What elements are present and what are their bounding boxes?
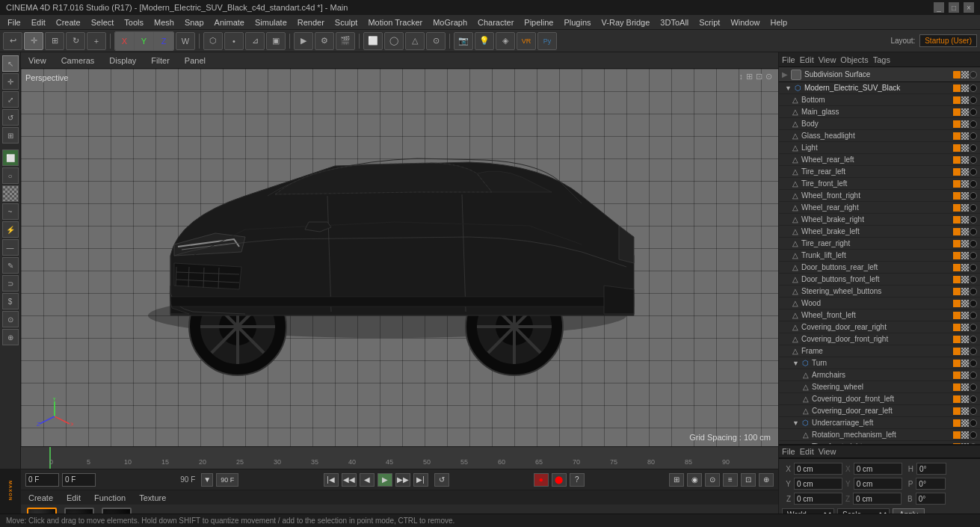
menubar-item-window[interactable]: Window (726, 16, 764, 28)
menubar-item-character[interactable]: Character (473, 16, 518, 28)
light-button[interactable]: 💡 (475, 32, 494, 50)
python-button[interactable]: Py (537, 32, 557, 50)
materials-function-menu[interactable]: Function (91, 492, 129, 504)
obj-glass-headlight[interactable]: △ Glass_headlight (779, 130, 980, 142)
material-button[interactable]: ◈ (496, 32, 515, 50)
fps-step-button[interactable]: ▼ (201, 473, 213, 487)
menubar-item-simulate[interactable]: Simulate (250, 16, 292, 28)
rotate-tool-left-button[interactable]: ↺ (2, 109, 19, 126)
display-menu[interactable]: Display (106, 55, 139, 67)
obj-trunk-lift-left[interactable]: △ Trunk_lift_left (779, 250, 980, 262)
select-tool-button[interactable]: ↖ (2, 55, 19, 72)
edge-mode-button[interactable]: ⊿ (245, 32, 265, 50)
z-axis-button[interactable]: Z (154, 32, 173, 50)
y-axis-button[interactable]: Y (135, 32, 154, 50)
cameras-menu[interactable]: Cameras (58, 55, 98, 67)
record-button[interactable]: ● (534, 473, 549, 487)
menubar-item-pipeline[interactable]: Pipeline (520, 16, 558, 28)
x-axis-button[interactable]: X (115, 32, 135, 50)
obj-door-buttons-front-left[interactable]: △ Door_buttons_front_left (779, 274, 980, 286)
obj-undercarriage-left[interactable]: ▼ ⬡ Undercarriage_left (779, 417, 980, 429)
viewport-fullscreen-icon[interactable]: ↕ (739, 72, 744, 81)
rotate-tool-button[interactable]: ↻ (66, 32, 85, 50)
obj-covering-door-rear-right[interactable]: △ Covering_door_rear_right (779, 321, 980, 333)
viewport-lock-icon[interactable]: ⊡ (756, 72, 762, 81)
subd-expand-icon[interactable]: ▶ (782, 70, 788, 78)
vray-button[interactable]: VR (517, 32, 536, 50)
sphere-button[interactable]: ◯ (384, 32, 404, 50)
key-button[interactable]: ? (570, 473, 585, 487)
timeline-ruler[interactable]: 0 5 10 15 20 25 30 35 40 45 50 55 60 65 … (21, 447, 778, 469)
viewport[interactable]: X Y Z Perspective Grid Spacing : 100 cm … (21, 69, 778, 446)
menubar-item-3dtoall[interactable]: 3DToAll (656, 16, 693, 28)
rp-file-menu[interactable]: File (782, 447, 795, 456)
go-start-button[interactable]: |◀ (324, 473, 339, 487)
next-button[interactable]: ▶▶ (395, 473, 410, 487)
powertracks-button[interactable]: ⊕ (759, 473, 774, 487)
minimize-button[interactable]: _ (934, 2, 944, 13)
loop-button[interactable]: ↺ (434, 473, 449, 487)
layout-selector[interactable]: Startup (User) (919, 34, 977, 47)
obj-tire-front-right[interactable]: △ Tire_front_right (779, 441, 980, 444)
auto-key-button[interactable]: ⬤ (552, 473, 567, 487)
timeline-button[interactable]: ≡ (723, 473, 738, 487)
menubar-item-tools[interactable]: Tools (120, 16, 148, 28)
play-button[interactable]: ▶ (377, 473, 392, 487)
go-end-button[interactable]: ▶| (413, 473, 428, 487)
prev-button[interactable]: ◀ (360, 473, 375, 487)
joint-tool-button[interactable]: ⊕ (2, 329, 19, 345)
menubar-item-mograph[interactable]: MoGraph (428, 16, 472, 28)
undo-button[interactable]: ↩ (3, 32, 22, 50)
materials-texture-menu[interactable]: Texture (136, 492, 169, 504)
obj-wheel-brake-left[interactable]: △ Wheel_brake_left (779, 226, 980, 238)
coord-x-field[interactable] (794, 463, 842, 475)
obj-wheel-front-right[interactable]: △ Wheel_front_right (779, 190, 980, 202)
menubar-item-v-ray-bridge[interactable]: V-Ray Bridge (597, 16, 655, 28)
obj-main-glass[interactable]: △ Main_glass (779, 106, 980, 118)
obj-steering-wheel-buttons[interactable]: △ Steering_wheel_buttons (779, 286, 980, 298)
scale-tool-button[interactable]: ⊞ (45, 32, 64, 50)
menubar-item-select[interactable]: Select (87, 16, 119, 28)
obj-wheel-rear-right[interactable]: △ Wheel_rear_right (779, 202, 980, 214)
materials-edit-menu[interactable]: Edit (64, 492, 84, 504)
menubar-item-render[interactable]: Render (293, 16, 329, 28)
obj-wheel-front-left[interactable]: △ Wheel_front_left (779, 309, 980, 321)
menubar-item-motion-tracker[interactable]: Motion Tracker (363, 16, 427, 28)
world-axis-button[interactable]: W (176, 32, 195, 50)
torus-button[interactable]: ⊙ (426, 32, 446, 50)
coord-z-field[interactable] (794, 493, 842, 505)
menubar-item-edit[interactable]: Edit (27, 16, 50, 28)
obj-wood[interactable]: △ Wood (779, 298, 980, 309)
obj-tire-rear-left[interactable]: △ Tire_rear_left (779, 166, 980, 178)
obj-rotation-mechanism-left[interactable]: △ Rotation_mechanism_left (779, 429, 980, 441)
obj-bottom[interactable]: △ Bottom (779, 94, 980, 106)
menubar-item-file[interactable]: File (3, 16, 25, 28)
deform-tool-button[interactable]: ⊙ (2, 311, 19, 327)
obj-tire-front-left[interactable]: △ Tire_front_left (779, 178, 980, 190)
materials-create-menu[interactable]: Create (25, 492, 56, 504)
coord-y-rot-field[interactable] (854, 478, 902, 490)
obj-view-menu[interactable]: View (819, 55, 836, 64)
obj-frame[interactable]: △ Frame (779, 345, 980, 357)
obj-file-menu[interactable]: File (782, 55, 795, 64)
render-button[interactable]: ▶ (294, 32, 313, 50)
transform-tool-button[interactable]: ⊞ (2, 127, 19, 144)
render-settings-button[interactable]: ⚙ (315, 32, 334, 50)
menubar-item-snap[interactable]: Snap (180, 16, 209, 28)
fps-field[interactable]: 90 F (216, 473, 238, 487)
snap-key-button[interactable]: ⊙ (705, 473, 720, 487)
point-mode-button[interactable]: • (224, 32, 244, 50)
menubar-item-help[interactable]: Help (766, 16, 792, 28)
menubar-item-mesh[interactable]: Mesh (150, 16, 179, 28)
move-tool-left-button[interactable]: ✛ (2, 73, 19, 90)
coord-x-rot-field[interactable] (854, 463, 902, 475)
obj-edit-menu[interactable]: Edit (800, 55, 814, 64)
obj-steering-wheel[interactable]: △ Steering_wheel (779, 381, 980, 393)
obj-door-buttons-rear-left[interactable]: △ Door_buttons_rear_left (779, 262, 980, 274)
obj-turn-group[interactable]: ▼ ⬡ Turn (779, 357, 980, 369)
magnet-tool-button[interactable]: ⊃ (2, 275, 19, 292)
obj-wheel-brake-right[interactable]: △ Wheel_brake_right (779, 214, 980, 226)
menubar-item-create[interactable]: Create (52, 16, 85, 28)
close-button[interactable]: × (964, 2, 974, 13)
viewport-split-icon[interactable]: ⊞ (746, 72, 753, 81)
